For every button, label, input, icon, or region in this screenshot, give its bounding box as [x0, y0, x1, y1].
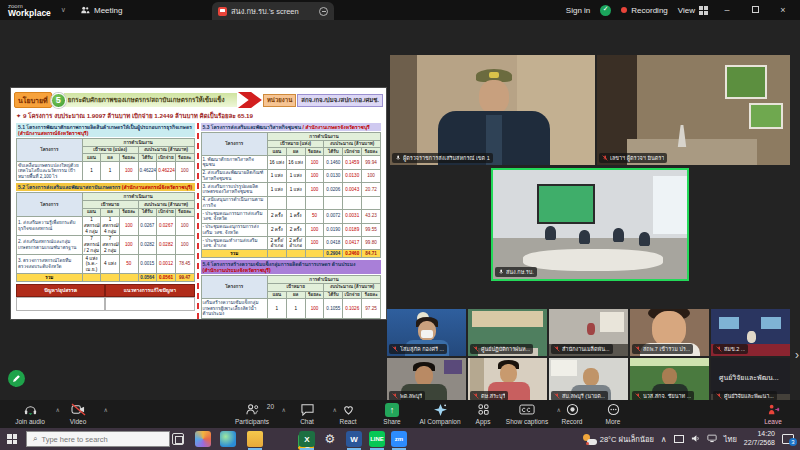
problem-solution-empty-cells — [16, 297, 195, 311]
participants-label: Participants — [224, 418, 280, 425]
project-table: โครงการการดำเนินงานเป้าหมายงบประมาณ (ล้า… — [201, 275, 382, 318]
settings-taskbar-icon[interactable]: ⚙ — [322, 431, 338, 447]
network-tray-icon[interactable] — [707, 434, 717, 445]
clock-date: 22/7/2568 — [744, 439, 775, 448]
headset-icon — [23, 403, 38, 416]
participant-name: สมข.2 ... — [724, 345, 745, 353]
taskbar-search-input[interactable] — [41, 435, 151, 444]
maximize-button[interactable] — [746, 5, 764, 15]
recording-label: Recording — [631, 6, 667, 15]
section-51-header: 5.1 โครงการพัฒนาศักยภาพการผลิตสินค้าเกษต… — [16, 123, 195, 137]
people-icon — [80, 5, 90, 15]
video-label: Video — [50, 418, 106, 425]
hidden-icons-chevron[interactable]: ∧ — [661, 435, 667, 444]
video-thumbnail[interactable]: ตษ.สระบุรี — [468, 358, 547, 403]
problem-header: ปัญหา/อุปสรรค — [16, 284, 105, 297]
video-thumbnail[interactable]: ศูนย์ปฏิบัติการฝนห... — [468, 309, 547, 356]
section-52-agency: (สำนักงานสหกรณ์จังหวัดราชบุรี) — [122, 184, 192, 190]
section-52-header: 5.2 โครงการส่งเสริมและพัฒนาสถาบันเกษตรกร… — [16, 183, 195, 191]
screen-share-icon — [218, 7, 227, 16]
video-thumbnail[interactable]: พด.ลพบุรี — [387, 358, 466, 403]
participant-name: พด.ลพบุรี — [400, 392, 422, 400]
more-icon — [606, 403, 621, 416]
solution-header: แนวทางการแก้ไขปัญหา — [105, 284, 194, 297]
table-row: 3. ตรวจการสหกรณ์โดยทีมตรวจสอบระดับจังหวั… — [17, 255, 195, 274]
video-off-icon — [71, 403, 86, 416]
project-table: โครงการการดำเนินงานเป้าหมาย (แห่ง)งบประม… — [201, 132, 382, 258]
section-52-title: 5.2 โครงการส่งเสริมและพัฒนาสถาบันเกษตรกร — [18, 184, 120, 190]
video-thumbnail[interactable]: นวส.สกจ. ชัยนาท ... — [630, 358, 709, 403]
copilot-taskbar-icon[interactable] — [195, 431, 211, 447]
table-52: โครงการการดำเนินงานเป้าหมายงบประมาณ (ล้า… — [16, 192, 195, 282]
table-row: - ประชุมคณะอนุกรรมการส่งเสริม วสช. จังหว… — [201, 223, 381, 236]
table-row: เสริมสร้างความเข้มแข็งกลุ่มเกษตรกรผู้เพา… — [201, 299, 381, 318]
video-thumbnail[interactable]: ศูนย์วิจัยและพัฒน... ศูนย์วิจัยและพัฒนา.… — [711, 358, 790, 403]
view-button[interactable]: View — [678, 6, 708, 15]
word-taskbar-icon[interactable]: W — [346, 431, 362, 447]
mic-off-icon — [392, 393, 398, 399]
zoom-taskbar-icon[interactable]: zm — [391, 431, 407, 447]
notification-center-icon[interactable]: 3 — [782, 434, 794, 444]
sign-in-button[interactable]: Sign in — [566, 6, 590, 15]
participant-name: ตษ.สระบุรี — [481, 392, 505, 400]
titlebar-right-controls: Sign in Recording View – × — [566, 0, 800, 20]
security-shield-icon[interactable] — [600, 5, 611, 16]
project-table: โครงการการดำเนินงานเป้าหมาย (แปลง)งบประม… — [16, 138, 195, 181]
tab-meeting[interactable]: Meeting — [80, 5, 122, 15]
video-options-chevron[interactable]: ∧ — [104, 406, 108, 413]
problem-solution-bar: ปัญหา/อุปสรรค แนวทางการแก้ไขปัญหา — [16, 284, 195, 297]
excel-taskbar-icon[interactable]: X — [299, 431, 315, 447]
weather-widget[interactable]: 28°C ฝนเล็กน้อย — [583, 433, 654, 445]
section-53-title: 5.3 โครงการส่งเสริมและพัฒนาวิสาหกิจชุมชน — [203, 124, 302, 130]
taskbar-search[interactable]: ⌕ — [26, 431, 170, 447]
close-button[interactable]: × — [774, 5, 792, 15]
tab-shared-screen[interactable]: สนง.กษ.รบ.'s screen — [212, 2, 334, 20]
next-page-chevron[interactable]: › — [795, 348, 799, 362]
start-button[interactable] — [0, 428, 24, 450]
file-explorer-taskbar-icon[interactable] — [247, 431, 263, 447]
video-tile-secretary[interactable]: เลขาฯ ผู้ตรวจฯ มินตรา — [597, 55, 790, 165]
center-name-overlay: ศูนย์วิจัยและพัฒน... — [719, 372, 779, 383]
video-button[interactable]: Video ∧ — [50, 402, 106, 425]
more-button[interactable]: More — [585, 402, 641, 425]
edge-taskbar-icon[interactable] — [220, 431, 236, 447]
video-thumbnail[interactable]: สบ.ลพบุรี (นายต... — [549, 358, 628, 403]
meeting-tab-label: Meeting — [94, 6, 122, 15]
video-thumbnail[interactable]: สำนักงานเมล็ดพัน... — [549, 309, 628, 356]
display-tray-icon[interactable] — [674, 435, 684, 443]
workspace-dropdown-chevron-icon[interactable]: ∨ — [61, 6, 66, 14]
mic-off-icon — [473, 346, 479, 352]
video-tile-inspector[interactable]: ผู้ตรวจราชการส่งเสริมสหกรณ์ เขต 1 — [390, 55, 595, 165]
video-thumbnail[interactable]: โสมสุภัค กองศรี ... — [387, 309, 466, 356]
view-grid-icon — [699, 6, 708, 15]
section-51-agency: (สำนักงานสหกรณ์จังหวัดราชบุรี) — [18, 130, 88, 136]
video-thumbnail[interactable]: สถพ.7 เข้าร่วม ปร... — [630, 309, 709, 356]
policy-number-badge: 5 — [51, 93, 66, 108]
video-thumbnail[interactable]: สมข.2 ... — [711, 309, 790, 356]
language-indicator[interactable]: ไทย — [724, 433, 737, 445]
minimize-button[interactable]: – — [718, 5, 736, 15]
taskbar-clock[interactable]: 14:20 22/7/2568 — [744, 430, 775, 448]
speaker-tray-icon[interactable] — [691, 434, 700, 445]
system-tray: 28°C ฝนเล็กน้อย ∧ ไทย 14:20 22/7/2568 3 — [583, 428, 800, 450]
table-row: 2. ส่งเสริมและพัฒนาผลิตภัณฑ์วิสาหกิจชุมช… — [201, 169, 381, 182]
policy-label: นโยบายที่ — [14, 92, 52, 108]
mic-off-icon — [635, 393, 641, 399]
annotate-button[interactable] — [8, 370, 25, 387]
table-total-row: รวม0.05640.056199.47 — [17, 274, 195, 282]
mic-off-icon — [716, 346, 722, 352]
weather-temp: 28°C — [600, 435, 617, 444]
leave-button[interactable]: Leave — [745, 402, 800, 425]
titlebar: zoom Workplace ∨ Meeting สนง.กษ.รบ.'s sc… — [0, 0, 800, 20]
windows-taskbar: ⌕ X ⚙ W LINE zm 28°C ฝนเล็กน้อย ∧ ไทย 14… — [0, 428, 800, 450]
zoom-workplace-logo: zoom Workplace — [8, 3, 51, 18]
collapse-share-icon[interactable] — [319, 7, 328, 16]
chat-icon — [300, 403, 315, 416]
mic-off-icon — [635, 346, 641, 352]
video-tile-active-speaker[interactable]: สนง.กษ.รบ. — [491, 168, 689, 281]
mic-off-icon — [554, 346, 560, 352]
recording-dot-icon — [621, 7, 627, 13]
line-app-taskbar-icon[interactable]: LINE — [369, 431, 385, 447]
task-view-icon[interactable] — [172, 433, 184, 445]
participants-button[interactable]: Participants 20 ∧ — [224, 402, 280, 425]
